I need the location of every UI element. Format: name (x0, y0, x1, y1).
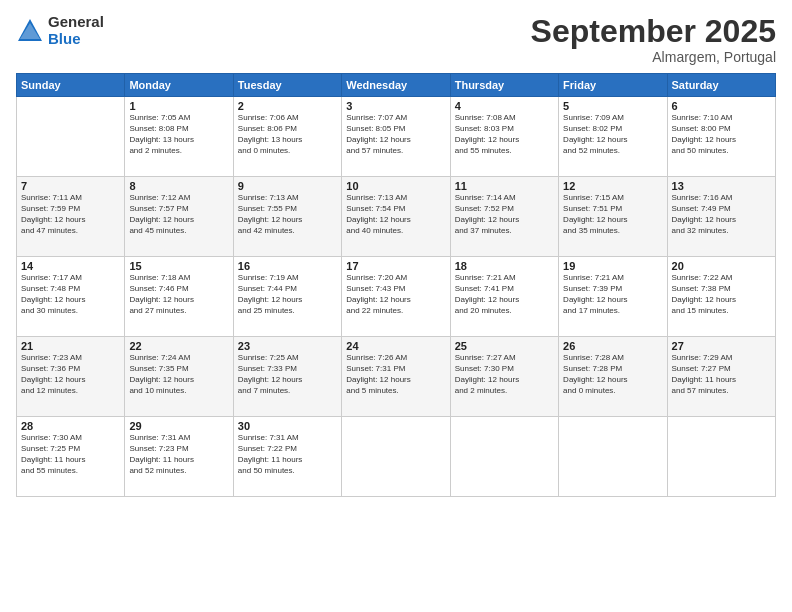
day-info: Sunrise: 7:10 AM Sunset: 8:00 PM Dayligh… (672, 113, 771, 156)
day-number: 27 (672, 340, 771, 352)
calendar-week-row: 1Sunrise: 7:05 AM Sunset: 8:08 PM Daylig… (17, 97, 776, 177)
day-info: Sunrise: 7:31 AM Sunset: 7:23 PM Dayligh… (129, 433, 228, 476)
day-info: Sunrise: 7:07 AM Sunset: 8:05 PM Dayligh… (346, 113, 445, 156)
day-info: Sunrise: 7:19 AM Sunset: 7:44 PM Dayligh… (238, 273, 337, 316)
calendar-cell (450, 417, 558, 497)
day-info: Sunrise: 7:31 AM Sunset: 7:22 PM Dayligh… (238, 433, 337, 476)
calendar-header: SundayMondayTuesdayWednesdayThursdayFrid… (17, 74, 776, 97)
calendar-cell: 23Sunrise: 7:25 AM Sunset: 7:33 PM Dayli… (233, 337, 341, 417)
calendar-cell: 29Sunrise: 7:31 AM Sunset: 7:23 PM Dayli… (125, 417, 233, 497)
day-info: Sunrise: 7:18 AM Sunset: 7:46 PM Dayligh… (129, 273, 228, 316)
day-info: Sunrise: 7:15 AM Sunset: 7:51 PM Dayligh… (563, 193, 662, 236)
day-number: 18 (455, 260, 554, 272)
day-info: Sunrise: 7:06 AM Sunset: 8:06 PM Dayligh… (238, 113, 337, 156)
calendar-cell: 5Sunrise: 7:09 AM Sunset: 8:02 PM Daylig… (559, 97, 667, 177)
title-block: September 2025 Almargem, Portugal (531, 14, 776, 65)
calendar-cell: 26Sunrise: 7:28 AM Sunset: 7:28 PM Dayli… (559, 337, 667, 417)
day-number: 26 (563, 340, 662, 352)
calendar-cell: 20Sunrise: 7:22 AM Sunset: 7:38 PM Dayli… (667, 257, 775, 337)
svg-marker-1 (20, 23, 40, 39)
calendar-cell: 7Sunrise: 7:11 AM Sunset: 7:59 PM Daylig… (17, 177, 125, 257)
calendar-cell: 28Sunrise: 7:30 AM Sunset: 7:25 PM Dayli… (17, 417, 125, 497)
day-info: Sunrise: 7:12 AM Sunset: 7:57 PM Dayligh… (129, 193, 228, 236)
calendar-cell: 6Sunrise: 7:10 AM Sunset: 8:00 PM Daylig… (667, 97, 775, 177)
calendar-cell: 2Sunrise: 7:06 AM Sunset: 8:06 PM Daylig… (233, 97, 341, 177)
calendar-cell: 15Sunrise: 7:18 AM Sunset: 7:46 PM Dayli… (125, 257, 233, 337)
day-number: 17 (346, 260, 445, 272)
calendar-cell: 17Sunrise: 7:20 AM Sunset: 7:43 PM Dayli… (342, 257, 450, 337)
day-number: 20 (672, 260, 771, 272)
day-number: 7 (21, 180, 120, 192)
day-info: Sunrise: 7:16 AM Sunset: 7:49 PM Dayligh… (672, 193, 771, 236)
weekday-header: Saturday (667, 74, 775, 97)
calendar-cell: 22Sunrise: 7:24 AM Sunset: 7:35 PM Dayli… (125, 337, 233, 417)
weekday-header: Sunday (17, 74, 125, 97)
day-info: Sunrise: 7:05 AM Sunset: 8:08 PM Dayligh… (129, 113, 228, 156)
day-info: Sunrise: 7:17 AM Sunset: 7:48 PM Dayligh… (21, 273, 120, 316)
day-info: Sunrise: 7:14 AM Sunset: 7:52 PM Dayligh… (455, 193, 554, 236)
day-info: Sunrise: 7:09 AM Sunset: 8:02 PM Dayligh… (563, 113, 662, 156)
day-info: Sunrise: 7:22 AM Sunset: 7:38 PM Dayligh… (672, 273, 771, 316)
logo-blue: Blue (48, 31, 104, 48)
calendar-cell: 21Sunrise: 7:23 AM Sunset: 7:36 PM Dayli… (17, 337, 125, 417)
calendar-cell: 3Sunrise: 7:07 AM Sunset: 8:05 PM Daylig… (342, 97, 450, 177)
calendar-cell: 1Sunrise: 7:05 AM Sunset: 8:08 PM Daylig… (125, 97, 233, 177)
day-number: 21 (21, 340, 120, 352)
calendar-cell: 25Sunrise: 7:27 AM Sunset: 7:30 PM Dayli… (450, 337, 558, 417)
day-info: Sunrise: 7:23 AM Sunset: 7:36 PM Dayligh… (21, 353, 120, 396)
day-number: 19 (563, 260, 662, 272)
calendar-cell (342, 417, 450, 497)
day-number: 14 (21, 260, 120, 272)
day-info: Sunrise: 7:26 AM Sunset: 7:31 PM Dayligh… (346, 353, 445, 396)
weekday-header: Thursday (450, 74, 558, 97)
location-subtitle: Almargem, Portugal (531, 49, 776, 65)
day-info: Sunrise: 7:30 AM Sunset: 7:25 PM Dayligh… (21, 433, 120, 476)
logo-text: General Blue (48, 14, 104, 47)
calendar-cell: 16Sunrise: 7:19 AM Sunset: 7:44 PM Dayli… (233, 257, 341, 337)
calendar-cell (667, 417, 775, 497)
calendar-cell (559, 417, 667, 497)
header: General Blue September 2025 Almargem, Po… (16, 14, 776, 65)
logo-icon (16, 17, 44, 45)
day-info: Sunrise: 7:13 AM Sunset: 7:54 PM Dayligh… (346, 193, 445, 236)
day-number: 15 (129, 260, 228, 272)
day-number: 8 (129, 180, 228, 192)
calendar-cell: 11Sunrise: 7:14 AM Sunset: 7:52 PM Dayli… (450, 177, 558, 257)
day-info: Sunrise: 7:29 AM Sunset: 7:27 PM Dayligh… (672, 353, 771, 396)
day-number: 22 (129, 340, 228, 352)
day-number: 4 (455, 100, 554, 112)
day-info: Sunrise: 7:25 AM Sunset: 7:33 PM Dayligh… (238, 353, 337, 396)
day-number: 11 (455, 180, 554, 192)
calendar-week-row: 21Sunrise: 7:23 AM Sunset: 7:36 PM Dayli… (17, 337, 776, 417)
day-number: 13 (672, 180, 771, 192)
calendar-cell: 9Sunrise: 7:13 AM Sunset: 7:55 PM Daylig… (233, 177, 341, 257)
page: General Blue September 2025 Almargem, Po… (0, 0, 792, 612)
weekday-header: Friday (559, 74, 667, 97)
day-number: 25 (455, 340, 554, 352)
day-info: Sunrise: 7:11 AM Sunset: 7:59 PM Dayligh… (21, 193, 120, 236)
day-number: 23 (238, 340, 337, 352)
day-number: 3 (346, 100, 445, 112)
day-number: 29 (129, 420, 228, 432)
day-number: 2 (238, 100, 337, 112)
month-title: September 2025 (531, 14, 776, 49)
calendar-cell: 19Sunrise: 7:21 AM Sunset: 7:39 PM Dayli… (559, 257, 667, 337)
calendar-cell: 18Sunrise: 7:21 AM Sunset: 7:41 PM Dayli… (450, 257, 558, 337)
calendar-cell: 30Sunrise: 7:31 AM Sunset: 7:22 PM Dayli… (233, 417, 341, 497)
weekday-header: Wednesday (342, 74, 450, 97)
day-number: 12 (563, 180, 662, 192)
day-number: 24 (346, 340, 445, 352)
day-info: Sunrise: 7:28 AM Sunset: 7:28 PM Dayligh… (563, 353, 662, 396)
calendar-cell: 14Sunrise: 7:17 AM Sunset: 7:48 PM Dayli… (17, 257, 125, 337)
day-number: 9 (238, 180, 337, 192)
day-number: 6 (672, 100, 771, 112)
weekday-row: SundayMondayTuesdayWednesdayThursdayFrid… (17, 74, 776, 97)
calendar-week-row: 7Sunrise: 7:11 AM Sunset: 7:59 PM Daylig… (17, 177, 776, 257)
day-number: 16 (238, 260, 337, 272)
calendar-cell: 4Sunrise: 7:08 AM Sunset: 8:03 PM Daylig… (450, 97, 558, 177)
calendar-week-row: 28Sunrise: 7:30 AM Sunset: 7:25 PM Dayli… (17, 417, 776, 497)
day-number: 1 (129, 100, 228, 112)
calendar-cell: 24Sunrise: 7:26 AM Sunset: 7:31 PM Dayli… (342, 337, 450, 417)
calendar-cell (17, 97, 125, 177)
day-info: Sunrise: 7:27 AM Sunset: 7:30 PM Dayligh… (455, 353, 554, 396)
